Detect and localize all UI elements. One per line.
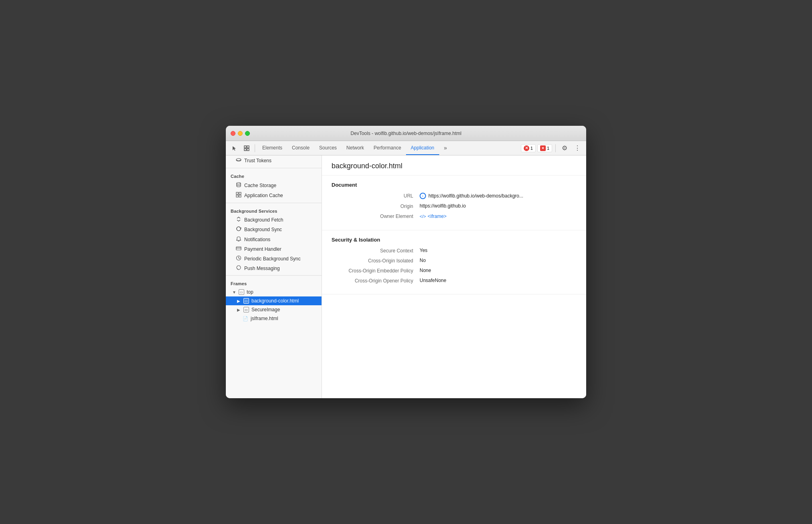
sidebar-item-periodic-bg-sync[interactable]: Periodic Background Sync — [226, 254, 322, 264]
sidebar-item-payment-handler[interactable]: Payment Handler — [226, 244, 322, 254]
url-row: URL i https://wolfib.github.io/web-demos… — [332, 193, 577, 199]
more-icon[interactable]: ⋮ — [572, 143, 583, 154]
push-messaging-label: Push Messaging — [244, 266, 280, 271]
inspect-icon[interactable] — [241, 143, 252, 154]
cross-origin-opener-value: UnsafeNone — [420, 278, 446, 283]
panel-title: background-color.html — [322, 155, 586, 175]
frame-icon-top: ▭ — [239, 289, 244, 295]
cross-origin-opener-row: Cross-Origin Opener Policy UnsafeNone — [332, 278, 577, 284]
tree-arrow-top: ▼ — [232, 290, 237, 294]
frame-jsiframe-label: jsIframe.html — [251, 316, 278, 321]
bg-services-header: Background Services — [226, 206, 322, 215]
title-bar: DevTools - wolfib.github.io/web-demos/js… — [226, 126, 586, 141]
bg-sync-icon — [235, 226, 242, 233]
bg-fetch-label: Background Fetch — [244, 217, 283, 223]
tab-console[interactable]: Console — [287, 141, 314, 155]
tab-network[interactable]: Network — [342, 141, 369, 155]
periodic-bg-sync-icon — [235, 255, 242, 262]
origin-row: Origin https://wolfib.github.io — [332, 203, 577, 209]
svg-rect-10 — [236, 247, 241, 250]
url-label: URL — [332, 193, 420, 199]
divider-1 — [226, 168, 322, 168]
sidebar-item-notifications[interactable]: Notifications — [226, 234, 322, 244]
traffic-lights — [231, 131, 250, 136]
cache-storage-label: Cache Storage — [244, 183, 276, 188]
payment-handler-icon — [235, 246, 242, 252]
secure-context-row: Secure Context Yes — [332, 248, 577, 254]
error-badge-1[interactable]: ✕ 1 — [521, 144, 536, 152]
devtools-window: DevTools - wolfib.github.io/web-demos/js… — [226, 126, 586, 398]
cross-origin-isolated-value: No — [420, 258, 426, 263]
tab-more[interactable]: » — [439, 141, 452, 155]
tree-arrow-bg-color: ▶ — [237, 299, 242, 303]
app-cache-icon — [235, 192, 242, 199]
owner-element-value: </> <iframe> — [420, 213, 446, 220]
frame-icon-bg-color: ▭ — [243, 298, 249, 304]
devtools-body: Trust Tokens Cache Cache Storage — [226, 155, 586, 398]
frame-top-label: top — [247, 289, 253, 295]
periodic-bg-sync-label: Periodic Background Sync — [244, 256, 301, 262]
iframe-link-text: <iframe> — [428, 214, 446, 219]
iframe-code-icon: </> — [420, 213, 426, 220]
devtools-toolbar: Elements Console Sources Network Perform… — [226, 141, 586, 155]
cross-origin-isolated-label: Cross-Origin Isolated — [332, 258, 420, 264]
cross-origin-embedder-label: Cross-Origin Embedder Policy — [332, 268, 420, 274]
sidebar-item-bg-sync[interactable]: Background Sync — [226, 224, 322, 234]
tree-arrow-secure: ▶ — [237, 308, 242, 312]
security-heading: Security & Isolation — [332, 237, 577, 243]
cross-origin-embedder-row: Cross-Origin Embedder Policy None — [332, 268, 577, 274]
frame-bg-color-label: background-color.html — [251, 298, 299, 304]
owner-element-link[interactable]: </> <iframe> — [420, 213, 446, 220]
svg-rect-3 — [247, 149, 249, 151]
url-circle-icon: i — [420, 193, 426, 199]
frame-secure-image[interactable]: ▶ ▭ SecureImage — [226, 305, 322, 314]
frame-jsiframe[interactable]: 📄 jsIframe.html — [226, 314, 322, 323]
file-icon-jsiframe: 📄 — [243, 316, 248, 321]
cross-origin-isolated-row: Cross-Origin Isolated No — [332, 258, 577, 264]
close-button[interactable] — [231, 131, 235, 136]
divider-2 — [226, 203, 322, 203]
sidebar-item-trust-tokens[interactable]: Trust Tokens — [226, 155, 322, 165]
url-value: i https://wolfib.github.io/web-demos/bac… — [420, 193, 523, 199]
tab-sources[interactable]: Sources — [314, 141, 342, 155]
frame-secure-label: SecureImage — [251, 307, 280, 312]
svg-rect-6 — [236, 192, 238, 194]
cache-storage-icon — [235, 182, 242, 189]
frame-top[interactable]: ▼ ▭ top — [226, 288, 322, 296]
settings-icon[interactable]: ⚙ — [559, 143, 570, 154]
owner-element-label: Owner Element — [332, 213, 420, 219]
frame-icon-secure: ▭ — [243, 307, 249, 312]
main-panel: background-color.html Document URL i htt… — [322, 155, 586, 398]
cache-section-header: Cache — [226, 171, 322, 180]
tab-performance[interactable]: Performance — [369, 141, 406, 155]
payment-handler-label: Payment Handler — [244, 246, 281, 252]
url-text: https://wolfib.github.io/web-demos/backg… — [428, 193, 523, 199]
svg-point-4 — [236, 159, 241, 161]
document-section: Document URL i https://wolfib.github.io/… — [322, 175, 586, 230]
tab-list: Elements Console Sources Network Perform… — [257, 141, 519, 155]
frame-bg-color[interactable]: ▶ ▭ background-color.html — [226, 296, 322, 305]
tab-application[interactable]: Application — [406, 141, 439, 155]
sidebar-item-cache-storage[interactable]: Cache Storage — [226, 180, 322, 190]
toolbar-right: ✕ 1 ✕ 1 ⚙ ⋮ — [521, 143, 583, 154]
maximize-button[interactable] — [245, 131, 250, 136]
cross-origin-opener-label: Cross-Origin Opener Policy — [332, 278, 420, 284]
push-messaging-icon — [235, 265, 242, 271]
sidebar-item-bg-fetch[interactable]: Background Fetch — [226, 215, 322, 224]
minimize-button[interactable] — [238, 131, 243, 136]
divider-3 — [226, 275, 322, 276]
svg-point-5 — [237, 183, 241, 184]
error-count-2: 1 — [547, 146, 549, 151]
security-section: Security & Isolation Secure Context Yes … — [322, 230, 586, 294]
tab-elements[interactable]: Elements — [257, 141, 287, 155]
svg-rect-0 — [244, 146, 246, 148]
sidebar-item-push-messaging[interactable]: Push Messaging — [226, 264, 322, 273]
origin-value: https://wolfib.github.io — [420, 203, 466, 209]
bg-sync-label: Background Sync — [244, 227, 282, 232]
sidebar-item-app-cache[interactable]: Application Cache — [226, 190, 322, 200]
svg-line-14 — [239, 258, 240, 259]
svg-rect-8 — [236, 195, 238, 197]
error-badge-2[interactable]: ✕ 1 — [537, 144, 552, 152]
document-heading: Document — [332, 182, 577, 188]
cursor-icon[interactable] — [229, 143, 240, 154]
